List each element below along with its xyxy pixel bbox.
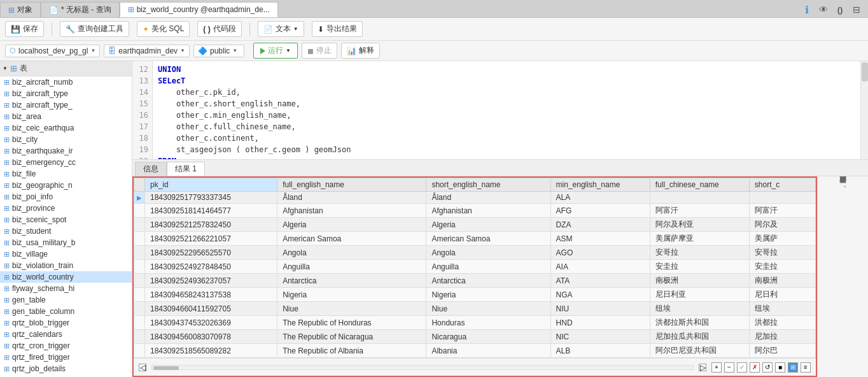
sidebar-item-qrtz-blob[interactable]: ⊞ qrtz_blob_trigger [0,317,132,329]
scroll-right-btn[interactable]: ▷ [699,364,706,371]
beautify-button[interactable]: ✦ 美化 SQL [137,21,190,37]
sidebar-item-biz-violation[interactable]: ⊞ biz_violation_train [0,260,132,271]
sidebar-item-qrtz-cron[interactable]: ⊞ qrtz_cron_trigger [0,340,132,352]
sidebar-item-biz-area[interactable]: ⊞ biz_area [0,111,132,122]
sidebar-header[interactable]: ▼ ⊞ 表 [0,61,132,76]
info-icon[interactable]: ℹ [801,3,813,16]
table-icon-s: ⊞ [4,204,10,213]
sidebar-item-qrtz-cal[interactable]: ⊞ qrtz_calendars [0,329,132,340]
run-button[interactable]: 运行 ▼ [253,43,298,59]
remove-row-btn[interactable]: − [724,362,734,373]
eye-icon[interactable]: 👁 [817,3,830,16]
scroll-left-btn[interactable]: ◁ [139,364,146,371]
host-selector[interactable]: ⬡ localhost_dev_pg_gl ▼ [5,45,100,57]
grid-view-btn[interactable]: ⊞ [788,362,798,373]
data-table-container: pk_id full_english_name short_english_na… [132,176,817,377]
sidebar-item-biz-aircraft-type[interactable]: ⊞ biz_aircraft_type [0,88,132,99]
save-button[interactable]: 💾 保存 [5,21,44,37]
sidebar-item-qrtz-job[interactable]: ⊞ qrtz_job_details [0,363,132,374]
tab-info[interactable]: 信息 [135,162,167,176]
sidebar-item-biz-scenic[interactable]: ⊞ biz_scenic_spot [0,214,132,225]
table-row[interactable]: 1843092524927848450AnguillaAnguillaAIA安圭… [134,260,816,274]
cell-pk_id: 1843092524936237057 [145,274,277,288]
grid-icon[interactable]: ⊟ [850,3,863,16]
sidebar-item-biz-aircraft-type2[interactable]: ⊞ biz_aircraft_type_ [0,99,132,111]
explain-button[interactable]: 📊 解释 [341,43,380,59]
refresh-btn[interactable]: ↺ [762,362,773,373]
tab-query[interactable]: 📄 * 无标题 - 查询 [41,2,120,17]
text-button[interactable]: 📄 文本 ▼ [258,21,304,37]
close-btn[interactable]: ✗ [750,362,760,373]
sidebar-item-biz-aircraft-numb[interactable]: ⊞ biz_aircraft_numb [0,76,132,88]
sidebar-item-biz-student[interactable]: ⊞ biz_student [0,225,132,237]
add-row-btn[interactable]: + [711,362,722,373]
table-row[interactable]: 1843092518565089282The Republic of Alban… [134,344,816,358]
col-short-english[interactable]: short_english_name [426,178,550,192]
cell-full_english_name: Nigeria [277,288,426,302]
cell-min_english_name: ALB [550,344,650,358]
sidebar-item-biz-poi[interactable]: ⊞ biz_poi_info [0,191,132,203]
text-icon: 📄 [263,25,273,34]
data-table-wrapper[interactable]: pk_id full_english_name short_english_na… [134,178,816,358]
col-full-english[interactable]: full_english_name [277,178,426,192]
db-selector[interactable]: 🗄 earthqadmin_dev ▼ [104,45,190,57]
sidebar-item-qrtz-fired[interactable]: ⊞ qrtz_fired_trigger [0,352,132,363]
table-icon: ⊞ [8,6,15,15]
table-row[interactable]: 1843092521266221057American SamoaAmerica… [134,232,816,246]
sidebar-item-biz-ceic[interactable]: ⊞ biz_ceic_earthqua [0,122,132,134]
table-row[interactable]: 1843092521257832450AlgeriaAlgeriaDZA阿尔及利… [134,218,816,232]
col-short-c[interactable]: short_c [749,178,815,192]
cell-full_english_name: American Samoa [277,232,426,246]
code-segment-button[interactable]: ( ) 代码段 [197,21,241,37]
sidebar-item-biz-province[interactable]: ⊞ biz_province [0,203,132,214]
sidebar-item-gen-table-col[interactable]: ⊞ gen_table_column [0,306,132,317]
table-row[interactable]: 1843092518141464577AfghanistanAfghanista… [134,204,816,218]
cell-short_english_name: Honduras [426,316,550,330]
sidebar-item-biz-world[interactable]: ⊞ biz_world_country [0,271,132,283]
table-row[interactable]: 1843092522956525570AngolaAngolaAGO安哥拉安哥拉 [134,246,816,260]
sep1 [52,23,52,36]
sidebar-item-flyway[interactable]: ⊞ flyway_schema_hi [0,283,132,294]
cell-full_chinese_name: 阿尔巴尼亚共和国 [650,344,749,358]
stop-edit-btn[interactable]: ■ [775,362,785,373]
sidebar-item-biz-emergency[interactable]: ⊞ biz_emergency_cc [0,157,132,168]
sidebar-item-biz-city[interactable]: ⊞ biz_city [0,134,132,145]
table-icon-s: ⊞ [4,319,10,327]
table-row[interactable]: ▶1843092517793337345ÅlandÅlandALA [134,192,816,204]
export-button[interactable]: ⬇ 导出结果 [312,21,363,37]
table-row[interactable]: 1843094374532026369The Republic of Hondu… [134,316,816,330]
cell-short_c: 纽埃 [749,302,815,316]
table-row[interactable]: 1843094660411592705NiueNiueNIU纽埃纽埃 [134,302,816,316]
stop-button[interactable]: ◼ 停止 [302,43,337,59]
code-icon[interactable]: () [834,3,846,16]
h-scrollbar[interactable] [151,365,694,370]
col-pk-id[interactable]: pk_id [145,178,277,192]
table-icon-s: ⊞ [4,296,10,304]
list-view-btn[interactable]: ≡ [801,362,811,373]
table-row[interactable]: 1843094658243137538NigeriaNigeriaNGA尼日利亚… [134,288,816,302]
cell-full_chinese_name: 纽埃 [650,302,749,316]
sidebar-item-biz-earthquake[interactable]: ⊞ biz_earthquake_ir [0,145,132,157]
schema-selector[interactable]: 🔷 public ▼ [193,45,244,57]
check-btn[interactable]: ✓ [737,362,747,373]
sidebar-item-biz-file[interactable]: ⊞ biz_file [0,168,132,180]
sidebar-item-biz-usa[interactable]: ⊞ biz_usa_military_b [0,237,132,248]
table-row[interactable]: 1843092524936237057AntarcticaAntarcticaA… [134,274,816,288]
cell-min_english_name: AFG [550,204,650,218]
col-min-english[interactable]: min_english_name [550,178,650,192]
editor-scrollbar[interactable] [860,61,868,159]
sidebar-item-qrtz-locks[interactable]: ⊞ qrtz_locks [0,374,132,377]
tab-result1[interactable]: 结果 1 [167,162,205,176]
tab-world-country[interactable]: ⊞ biz_world_country @earthqadmin_de... [120,2,278,17]
cell-full_chinese_name: 阿富汗 [650,204,749,218]
sql-content[interactable]: UNION SELecT other_c.pk_id, other_c.shor… [153,61,860,159]
tab-object[interactable]: ⊞ 对象 [0,2,41,17]
table-row[interactable]: 1843094560083070978The Republic of Nicar… [134,330,816,344]
sidebar-item-gen-table[interactable]: ⊞ gen_table [0,294,132,306]
sidebar-item-biz-geo[interactable]: ⊞ biz_geographic_n [0,180,132,191]
query-tool-button[interactable]: 🔧 查询创建工具 [60,21,129,37]
sidebar-item-biz-village[interactable]: ⊞ biz_village [0,248,132,260]
save-icon: 💾 [11,25,20,34]
cell-full_english_name: Anguilla [277,260,426,274]
col-full-chinese[interactable]: full_chinese_name [650,178,749,192]
